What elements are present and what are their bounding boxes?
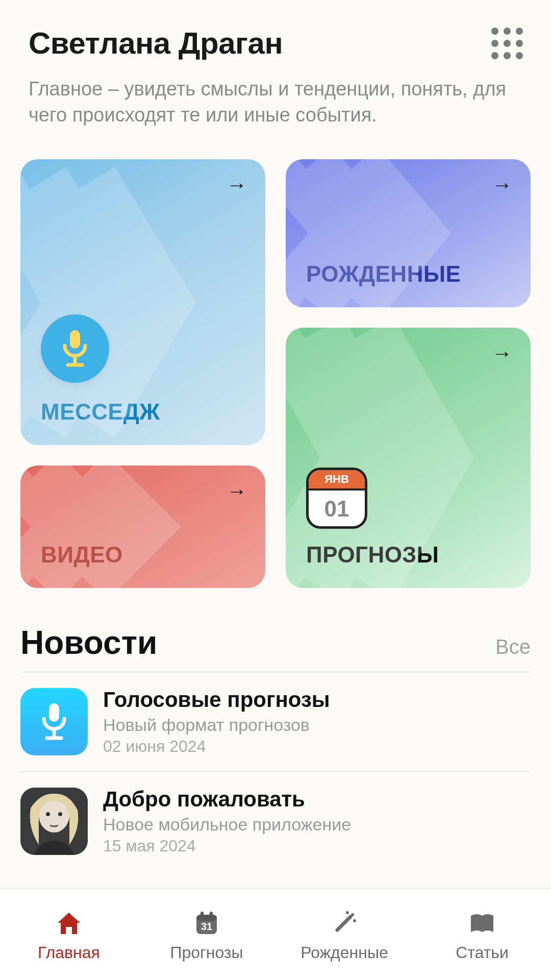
home-icon xyxy=(53,906,85,939)
tab-forecasts[interactable]: 31 Прогнозы xyxy=(138,889,276,980)
news-item-subtitle: Новый формат прогнозов xyxy=(103,715,531,735)
microphone-icon xyxy=(20,688,88,755)
menu-grid-icon[interactable] xyxy=(492,28,522,59)
calendar-day: 01 xyxy=(309,491,365,527)
page-subtitle: Главное – увидеть смыслы и тенденции, по… xyxy=(29,76,522,129)
svg-rect-3 xyxy=(49,703,59,722)
svg-text:31: 31 xyxy=(201,921,212,932)
calendar-icon: ЯНВ 01 xyxy=(306,468,367,529)
news-item-subtitle: Новое мобильное приложение xyxy=(103,815,531,835)
tab-label: Главная xyxy=(38,943,100,962)
news-all-link[interactable]: Все xyxy=(495,635,531,658)
news-item-title: Добро пожаловать xyxy=(103,787,531,812)
arrow-right-icon: → xyxy=(227,480,247,503)
arrow-right-icon: → xyxy=(492,174,512,197)
card-forecast[interactable]: → ЯНВ 01 ПРОГНОЗЫ xyxy=(286,328,531,588)
card-message[interactable]: → МЕССЕДЖ xyxy=(20,159,265,445)
card-born-label: РОЖДЕННЫЕ xyxy=(306,261,510,287)
news-item[interactable]: Голосовые прогнозы Новый формат прогнозо… xyxy=(20,672,531,771)
svg-rect-13 xyxy=(210,912,213,918)
svg-rect-12 xyxy=(201,912,204,918)
tab-label: Прогнозы xyxy=(170,943,243,962)
arrow-right-icon: → xyxy=(227,174,247,197)
news-heading: Новости xyxy=(20,624,157,662)
news-item-date: 15 мая 2024 xyxy=(103,837,531,855)
page-title: Светлана Драган xyxy=(29,26,283,61)
news-item-date: 02 июня 2024 xyxy=(103,737,531,756)
card-video[interactable]: → ВИДЕО xyxy=(20,465,265,588)
card-message-label: МЕССЕДЖ xyxy=(41,399,245,425)
svg-point-9 xyxy=(58,812,62,816)
book-icon xyxy=(466,906,498,939)
svg-point-8 xyxy=(46,812,50,816)
tab-label: Рожденные xyxy=(300,943,388,962)
svg-line-15 xyxy=(337,917,350,930)
news-item[interactable]: Добро пожаловать Новое мобильное приложе… xyxy=(20,771,531,871)
tab-articles[interactable]: Статьи xyxy=(413,889,551,980)
tab-home[interactable]: Главная xyxy=(0,889,138,980)
wand-icon xyxy=(328,906,361,939)
avatar xyxy=(20,788,88,855)
tab-bar: Главная 31 Прогнозы Рожденные Статьи xyxy=(0,888,551,980)
microphone-icon xyxy=(41,314,109,383)
card-video-label: ВИДЕО xyxy=(41,542,245,568)
svg-point-17 xyxy=(353,919,356,922)
calendar-month: ЯНВ xyxy=(309,470,365,491)
svg-point-16 xyxy=(351,913,354,916)
svg-rect-11 xyxy=(196,915,217,921)
card-forecast-label: ПРОГНОЗЫ xyxy=(306,542,510,568)
news-item-title: Голосовые прогнозы xyxy=(103,688,531,712)
tab-born[interactable]: Рожденные xyxy=(276,889,413,980)
arrow-right-icon: → xyxy=(492,342,512,365)
calendar-icon: 31 xyxy=(190,906,223,939)
svg-point-18 xyxy=(346,911,349,914)
tab-label: Статьи xyxy=(456,943,509,962)
svg-rect-0 xyxy=(70,330,80,349)
card-born[interactable]: → РОЖДЕННЫЕ xyxy=(286,159,531,307)
